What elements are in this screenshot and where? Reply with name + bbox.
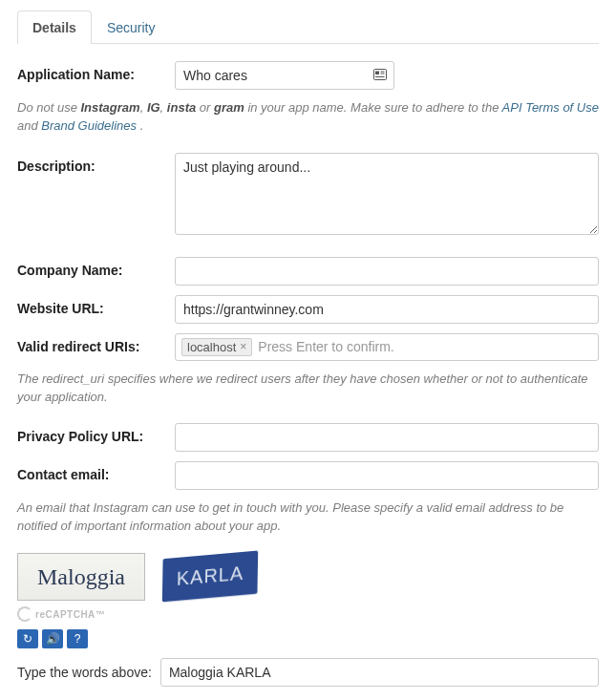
captcha-input-label: Type the words above:	[17, 665, 152, 680]
help-icon: ?	[74, 632, 81, 646]
tab-bar: Details Security	[17, 10, 599, 44]
redirect-tag: localhost ×	[181, 338, 252, 356]
captcha-audio-button[interactable]: 🔊	[42, 629, 63, 648]
recaptcha-brand: reCAPTCHA™	[17, 606, 145, 622]
refresh-icon: ↻	[23, 632, 32, 646]
privacy-label: Privacy Policy URL:	[17, 423, 175, 444]
description-input[interactable]: Just playing around...	[175, 153, 599, 235]
audio-icon: 🔊	[46, 632, 60, 646]
redirect-label: Valid redirect URIs:	[17, 333, 175, 354]
privacy-input[interactable]	[175, 423, 599, 452]
brand-guidelines-link[interactable]: Brand Guidelines	[41, 118, 137, 133]
redirect-input[interactable]: localhost × Press Enter to confirm.	[175, 333, 599, 361]
description-label: Description:	[17, 153, 175, 174]
captcha-controls: ↻ 🔊 ?	[17, 629, 599, 648]
app-name-input[interactable]	[175, 61, 394, 90]
captcha-word-1: Maloggia	[17, 553, 145, 601]
captcha-input[interactable]	[160, 658, 599, 687]
captcha-refresh-button[interactable]: ↻	[17, 629, 38, 648]
recaptcha-icon	[17, 606, 32, 622]
redirect-hint: The redirect_uri specifies where we redi…	[17, 371, 599, 407]
api-terms-link[interactable]: API Terms of Use	[502, 100, 599, 115]
company-input[interactable]	[175, 257, 599, 286]
website-input[interactable]	[175, 295, 599, 324]
app-name-hint: Do not use Instagram, IG, insta or gram …	[17, 99, 599, 136]
captcha-images: Maloggia reCAPTCHA™ KARLA	[17, 553, 599, 622]
captcha-word-2: KARLA	[162, 551, 258, 603]
tab-details[interactable]: Details	[17, 11, 92, 44]
company-label: Company Name:	[17, 257, 175, 278]
contact-hint: An email that Instagram can use to get i…	[17, 499, 599, 536]
captcha-help-button[interactable]: ?	[67, 629, 88, 648]
tag-remove-icon[interactable]: ×	[240, 340, 246, 353]
redirect-placeholder: Press Enter to confirm.	[258, 339, 393, 354]
contact-label: Contact email:	[17, 461, 175, 482]
contact-input[interactable]	[175, 461, 599, 490]
website-label: Website URL:	[17, 295, 175, 316]
tab-security[interactable]: Security	[92, 11, 171, 44]
app-name-label: Application Name:	[17, 61, 175, 82]
redirect-tag-text: localhost	[187, 340, 236, 354]
